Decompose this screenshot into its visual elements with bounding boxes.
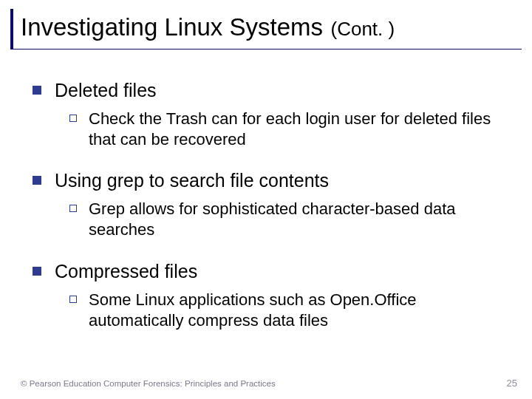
slide-footer: © Pearson Education Computer Forensics: … [21,378,517,389]
section-compressed: Compressed files Some Linux applications… [33,260,507,331]
square-bullet-icon [33,267,41,276]
section-grep: Using grep to search file contents Grep … [33,169,507,240]
square-bullet-icon [33,176,41,185]
sub-bullet-text: Check the Trash can for each login user … [89,109,502,150]
sub-bullet-row: Some Linux applications such as Open.Off… [69,290,507,331]
section-deleted-files: Deleted files Check the Trash can for ea… [33,79,507,150]
bullet-row: Deleted files [33,79,507,101]
sub-bullet-row: Check the Trash can for each login user … [69,109,507,150]
section-heading: Compressed files [55,260,197,282]
page-number: 25 [507,378,517,389]
hollow-square-icon [69,115,77,122]
slide-content: Deleted files Check the Trash can for ea… [0,50,532,331]
slide-title-bar: Investigating Linux Systems (Cont. ) [10,9,522,50]
bullet-row: Using grep to search file contents [33,169,507,191]
slide-title: Investigating Linux Systems [21,13,323,41]
sub-bullet-text: Grep allows for sophisticated character-… [89,199,502,240]
section-heading: Using grep to search file contents [55,169,329,191]
sub-bullet-text: Some Linux applications such as Open.Off… [89,290,502,331]
square-bullet-icon [33,86,41,95]
sub-bullet-row: Grep allows for sophisticated character-… [69,199,507,240]
bullet-row: Compressed files [33,260,507,282]
copyright-text: © Pearson Education Computer Forensics: … [21,379,276,388]
slide-title-cont: (Cont. ) [331,18,395,40]
section-heading: Deleted files [55,79,157,101]
hollow-square-icon [69,296,77,303]
hollow-square-icon [69,205,77,212]
